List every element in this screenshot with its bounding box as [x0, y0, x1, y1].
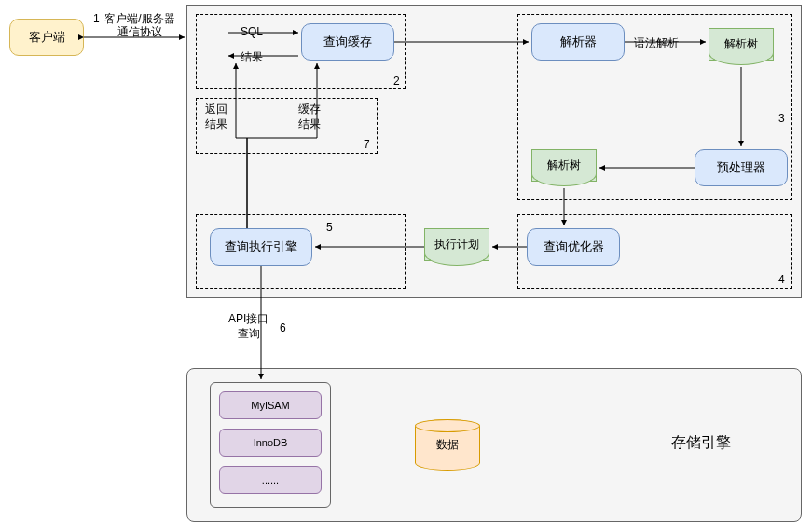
- preprocessor-node: 预处理器: [695, 149, 788, 186]
- label-cache-result: 缓存 结果: [298, 102, 321, 131]
- parse-tree-1: 解析树: [709, 28, 774, 61]
- label-api-query: API接口 查询: [228, 312, 268, 341]
- storage-engine-title: 存储引擎: [671, 433, 731, 453]
- label-return-result: 返回 结果: [205, 102, 227, 131]
- parse-tree-2: 解析树: [531, 149, 597, 182]
- num-7: 7: [364, 138, 370, 151]
- client-node: 客户端: [9, 19, 84, 56]
- parser-node: 解析器: [531, 23, 625, 61]
- query-cache-node: 查询缓存: [301, 23, 394, 61]
- engine-myisam: MyISAM: [219, 391, 322, 419]
- data-label: 数据: [436, 437, 459, 453]
- exec-plan: 执行计划: [424, 228, 489, 261]
- optimizer-node: 查询优化器: [527, 228, 620, 266]
- label-syntax-parse: 语法解析: [634, 35, 679, 51]
- engine-more: ......: [219, 466, 322, 494]
- num-3: 3: [778, 112, 785, 125]
- num-2: 2: [393, 75, 400, 88]
- label-sql: SQL: [241, 25, 263, 38]
- engine-innodb: InnoDB: [219, 429, 322, 457]
- num-1: 1: [93, 12, 100, 25]
- num-6: 6: [280, 321, 286, 334]
- num-4: 4: [778, 273, 785, 286]
- executor-node: 查询执行引擎: [210, 228, 312, 266]
- label-protocol: 客户端/服务器通信协议: [103, 12, 177, 39]
- num-5: 5: [326, 221, 333, 234]
- label-result: 结果: [241, 49, 263, 65]
- data-cylinder: 数据: [415, 419, 480, 471]
